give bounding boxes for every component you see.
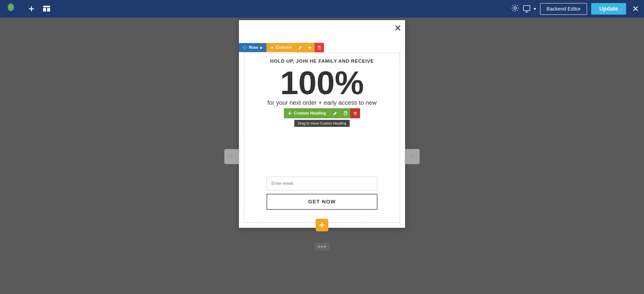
update-button[interactable]: Update [591,3,626,15]
svg-rect-8 [47,8,50,12]
column-edit-button[interactable] [295,43,305,52]
column-add-button[interactable] [305,43,314,52]
custom-heading-edit-button[interactable] [330,108,340,118]
add-left-button[interactable] [224,149,239,164]
custom-heading-delete-button[interactable] [350,108,360,118]
backend-editor-button[interactable]: Backend Editor [540,3,587,15]
custom-heading-label-text: Custom Heading [294,111,326,116]
column-label: Column [276,45,292,50]
get-now-button[interactable]: GET NOW [267,194,377,210]
svg-rect-17 [318,47,321,47]
responsive-toggle[interactable]: ▾ [523,5,536,12]
row-arrow: ▶ [260,46,263,50]
move-icon [242,45,247,50]
bottom-handle[interactable] [314,243,330,250]
row-toolbar: Row ▶ Column [239,43,324,52]
layout-button[interactable] [40,3,53,15]
add-element-button[interactable] [25,3,38,15]
column-delete-button[interactable] [314,43,324,52]
svg-rect-10 [523,6,530,11]
content-area: HOLD UP, JOIN HE FAMILY AND RECEIVE 100%… [244,53,400,223]
add-right-button[interactable] [405,149,420,164]
subtitle-text: HOLD UP, JOIN HE FAMILY AND RECEIVE [249,58,395,64]
canvas-close-button[interactable]: ✕ [394,24,402,33]
drag-tooltip: Drag to move Custom Heading [294,120,350,127]
page-canvas: ✕ Row ▶ Column [239,20,405,228]
email-input[interactable] [267,177,377,190]
main-area: ✕ Row ▶ Column [0,18,644,294]
custom-heading-toolbar: Custom Heading [284,108,360,118]
app-logo[interactable] [5,3,18,15]
row-pill[interactable]: Row ▶ [239,43,266,52]
svg-rect-7 [43,8,46,12]
toolbar-close-button[interactable]: ✕ [632,4,639,14]
settings-icon[interactable] [511,4,519,14]
drag-icon [288,111,292,115]
percent-text: 100% [249,66,395,99]
top-toolbar: ▾ Backend Editor Update ✕ [0,0,644,18]
add-section-button[interactable] [316,219,328,231]
custom-heading-copy-button[interactable] [340,108,350,118]
chevron-down-icon: ▾ [534,6,536,12]
svg-rect-22 [354,112,357,113]
svg-rect-21 [344,112,347,115]
column-pill[interactable]: Column [266,43,295,52]
svg-point-9 [514,7,516,9]
custom-heading-drag-handle[interactable]: Custom Heading [284,109,330,118]
form-area: GET NOW [249,177,395,217]
row-label: Row [249,45,258,50]
svg-rect-6 [43,6,50,7]
column-plus-icon [270,46,274,50]
description-text: for your next order + early access to ne… [249,99,395,106]
